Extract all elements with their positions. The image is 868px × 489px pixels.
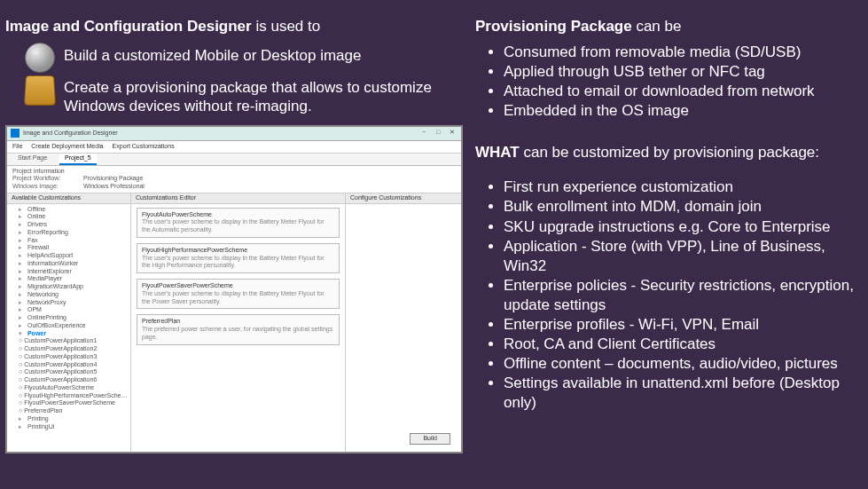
tree-node[interactable]: ▸ Fax [10, 237, 128, 245]
list-item: Embedded in the OS image [504, 101, 856, 121]
tree-node[interactable]: ○ CustomPowerApplication3 [10, 353, 128, 361]
tree-node[interactable]: ▸ OnlinePrinting [10, 314, 128, 322]
panel-configure-header: Configure Customizations [346, 193, 461, 204]
workflow-label: Project Workflow: [12, 175, 74, 183]
tab-start-page[interactable]: Start Page [12, 154, 52, 165]
menu-create-deployment-media[interactable]: Create Deployment Media [31, 143, 103, 151]
list-item: Consumed from removable media (SD/USB) [504, 43, 856, 62]
list-item: Application - Store (with VPP), Line of … [504, 237, 856, 276]
tree-node[interactable]: ▾ Power [10, 330, 128, 338]
menu-file[interactable]: File [12, 143, 22, 151]
editor-field[interactable]: FlyoutHighPerformancePowerSchemeThe user… [137, 243, 340, 273]
tree-node[interactable]: ▸ NetworkProxy [10, 299, 128, 307]
close-button[interactable]: ✕ [447, 129, 457, 138]
what-heading-bold: WHAT [475, 144, 520, 161]
list-item: Settings available in unattend.xml befor… [504, 374, 856, 413]
list-item: Root, CA and Client Certificates [504, 335, 856, 354]
tree-node[interactable]: ▸ Firewall [10, 244, 128, 252]
tree-node[interactable]: ○ FlyoutPowerSaverPowerScheme [10, 399, 128, 407]
pp-bullet-list: Consumed from removable media (SD/USB)Ap… [475, 43, 856, 121]
list-item: Offline content – documents, audio/video… [504, 354, 856, 374]
tree-node[interactable]: ○ FlyoutHighPerformancePowerScheme [10, 392, 128, 400]
tree-node[interactable]: ▸ InformationWorker [10, 260, 128, 268]
project-info-header: Project Information [12, 168, 456, 176]
disc-icon [25, 43, 55, 73]
build-button[interactable]: Build [410, 433, 450, 445]
tree-node[interactable]: ▸ InternetExplorer [10, 268, 128, 276]
left-heading-bold: Image and Configuration Designer [5, 18, 252, 35]
intro-text-1: Build a customized Mobile or Desktop ima… [64, 43, 361, 65]
tree-node[interactable]: ▸ Drivers [10, 221, 128, 229]
left-heading: Image and Configuration Designer is used… [5, 18, 461, 35]
menu-export-customizations[interactable]: Export Customizations [113, 143, 175, 151]
list-item: SKU upgrade instructions e.g. Core to En… [504, 217, 856, 237]
tree-node[interactable]: ○ CustomPowerApplication1 [10, 337, 128, 345]
tree-node[interactable]: ▸ MediaPlayer [10, 275, 128, 283]
list-item: Bulk enrollment into MDM, domain join [504, 197, 856, 217]
list-item: First run experience customization [504, 177, 856, 197]
list-item: Attached to email or downloaded from net… [504, 82, 856, 101]
tree-node[interactable]: ▸ Printing [10, 415, 128, 423]
tree-node[interactable]: ▸ Networking [10, 291, 128, 299]
windows-logo-icon [11, 129, 20, 138]
tree-node[interactable]: ○ FlyoutAutoPowerScheme [10, 384, 128, 392]
tab-project[interactable]: Project_5 [59, 154, 97, 165]
list-item: Enterprise policies - Security restricti… [504, 276, 856, 315]
pp-heading-bold: Provisioning Package [475, 18, 632, 35]
what-bullet-list: First run experience customizationBulk e… [475, 177, 856, 413]
intro-text-2: Create a provisioning package that allow… [64, 75, 461, 116]
tree-node[interactable]: ▸ HelpAndSupport [10, 252, 128, 260]
app-screenshot: Image and Configuration Designer − □ ✕ F… [5, 125, 463, 454]
maximize-button[interactable]: □ [433, 129, 443, 138]
tree-node[interactable]: ○ CustomPowerApplication2 [10, 345, 128, 353]
editor-field[interactable]: FlyoutAutoPowerSchemeThe user's power sc… [137, 208, 340, 238]
package-icon [24, 75, 56, 106]
panel-available-header: Available Customizations [7, 193, 130, 204]
customization-tree[interactable]: ▸ Offline▸ Online▸ Drivers▸ ErrorReporti… [7, 204, 130, 433]
image-label: Windows Image: [12, 183, 74, 191]
list-item: Enterprise profiles - Wi-Fi, VPN, Email [504, 315, 856, 335]
left-heading-rest: is used to [252, 18, 321, 35]
minimize-button[interactable]: − [418, 129, 429, 138]
editor-field[interactable]: PreferredPlanThe preferred power scheme … [137, 314, 340, 344]
image-value: Windows Professional [83, 183, 145, 191]
tree-node[interactable]: ▸ ErrorReporting [10, 229, 128, 237]
tree-node[interactable]: ▸ OutOfBoxExperience [10, 322, 128, 330]
pp-heading: Provisioning Package can be [475, 18, 856, 35]
list-item: Applied through USB tether or NFC tag [504, 62, 856, 82]
panel-editor-header: Customizations Editor [131, 193, 345, 204]
tree-node[interactable]: ○ CustomPowerApplication4 [10, 361, 128, 369]
app-title: Image and Configuration Designer [23, 130, 415, 138]
workflow-value: Provisioning Package [83, 175, 143, 183]
pp-heading-rest: can be [632, 18, 682, 35]
what-heading-rest: can be customized by provisioning packag… [520, 144, 819, 161]
tree-node[interactable]: ▸ OPM [10, 306, 128, 314]
what-heading: WHAT can be customized by provisioning p… [475, 144, 856, 162]
tree-node[interactable]: ▸ Offline [10, 206, 128, 214]
tree-node[interactable]: ▸ Online [10, 213, 128, 221]
tree-node[interactable]: ○ CustomPowerApplication5 [10, 368, 128, 376]
tree-node[interactable]: ○ PreferredPlan [10, 407, 128, 415]
tree-node[interactable]: ○ CustomPowerApplication6 [10, 376, 128, 384]
tree-node[interactable]: ▸ PrintingUi [10, 423, 128, 431]
tree-node[interactable]: ▸ MigrationWizardApp [10, 283, 128, 291]
editor-field[interactable]: FlyoutPowerSaverPowerSchemeThe user's po… [137, 279, 340, 309]
